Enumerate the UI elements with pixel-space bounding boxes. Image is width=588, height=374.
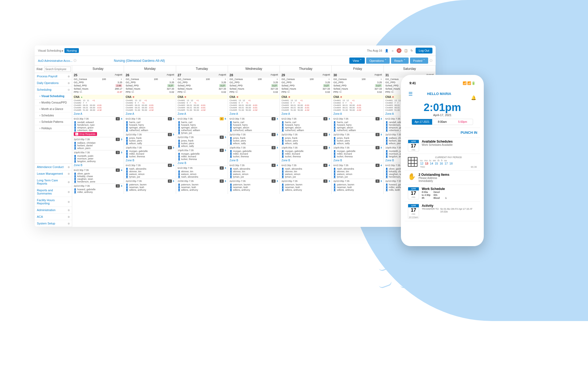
nav-sub-item[interactable]: ○ Schedules xyxy=(35,112,72,119)
person-row[interactable]: 👤wilson, piers xyxy=(73,147,123,150)
shift-block[interactable]: 6A/2:30p 7:3544👤nash, alexandra👤skinner,… xyxy=(125,163,175,178)
person-row[interactable]: 👤tucker, piers xyxy=(229,139,279,142)
person-row[interactable]: 👤skinner, tim xyxy=(229,170,279,173)
nav-item[interactable]: Administration⊕ xyxy=(35,207,72,213)
person-row[interactable]: 👤tucker, theresa xyxy=(229,155,279,158)
clipboard-icon[interactable]: 📋 xyxy=(404,49,408,52)
logout-button[interactable]: Log Out xyxy=(416,48,432,54)
shift-block[interactable]: 6A/2:30p 7:3544👤oliver, gavin👤kirkaldy, … xyxy=(73,168,123,183)
shift-block[interactable]: 6A/2:30p 7:3544👤harris, carl👤howard, har… xyxy=(125,116,175,132)
shift-block[interactable]: 2p/10:05p 7:3533👤jones, frank👤tucker, pi… xyxy=(280,132,331,145)
person-row[interactable]: 👤newman, leah xyxy=(332,186,383,189)
person-row[interactable]: 👤springer, alison xyxy=(177,126,227,129)
punch-in-button[interactable]: PUNCH IN xyxy=(405,128,480,138)
user-icon[interactable]: 👤 xyxy=(385,49,389,52)
person-row[interactable]: 👤nash, alexandra xyxy=(332,167,383,170)
nav-item[interactable]: Scheduling⊖ xyxy=(35,86,72,93)
person-row[interactable]: 👤tucker, piers xyxy=(125,139,175,142)
nav-item[interactable]: Facility Hours Reporting⊕ xyxy=(35,197,72,207)
person-row[interactable]: 👤springer, alison xyxy=(125,126,175,129)
person-row[interactable]: 👤wilkins, anthony xyxy=(177,189,227,191)
person-row[interactable]: 👤skinner, tim xyxy=(177,170,227,173)
person-row[interactable]: 👤harris, carl xyxy=(125,121,175,124)
shift-block[interactable]: 2p/10:05p 7:3533👤paterson, lauren👤newman… xyxy=(280,179,331,191)
person-row[interactable]: 👤springer, alison xyxy=(229,126,279,129)
person-row[interactable]: 👤skinner, tim xyxy=(332,170,383,173)
card-activity[interactable]: APR17FRI10:22am Activity TRANSFER TOSc-0… xyxy=(405,202,480,221)
person-row[interactable]: 👤tucker, piers xyxy=(177,142,227,145)
person-row[interactable]: 👤rutherford, william xyxy=(177,129,227,132)
shift-block[interactable]: 2p/10:05p 7:3533👤paterson, lauren👤newman… xyxy=(125,179,175,191)
person-row[interactable]: 👤miller, anthony xyxy=(73,191,123,193)
person-row[interactable]: 👤tucker, theresa xyxy=(280,155,331,158)
person-row[interactable]: 👤jones, frank xyxy=(332,137,383,139)
info-icon[interactable]: ⓘ xyxy=(74,59,76,63)
person-row[interactable]: 👤jones, frank xyxy=(280,137,331,139)
person-row[interactable]: 👤jones, frank xyxy=(177,139,227,142)
shift-block[interactable]: 2p/10:05p 7:3533👤jones, frank👤tucker, pi… xyxy=(332,132,383,145)
person-row[interactable]: 👤langdon, anthony xyxy=(73,160,123,163)
nav-sub-item[interactable]: ○ Visual Scheduling xyxy=(35,93,72,100)
person-row[interactable]: 👤tucker, piers xyxy=(332,139,383,142)
person-row[interactable]: 👤paterson, lauren xyxy=(280,183,331,186)
person-row[interactable]: 👤herbert, daniel xyxy=(73,144,123,147)
person-row[interactable]: 👤harris, carl xyxy=(177,121,227,124)
shift-block[interactable]: 6A/2:30p 7:3544👤harris, carl👤howard, har… xyxy=(229,116,279,132)
shift-block[interactable]: 10p/6:05a 7:3533👤monteith, justin👤morris… xyxy=(73,150,123,163)
shift-block[interactable]: 10p/6:05a 7:3533👤morgan, gabrielle👤mille… xyxy=(177,148,227,161)
person-row[interactable]: 👤howard, harry xyxy=(332,124,383,126)
person-row[interactable]: 👤howard, harry xyxy=(280,124,331,126)
person-row[interactable]: 👤jones, frank xyxy=(125,137,175,139)
cna-header[interactable]: CNA⊘ xyxy=(125,95,175,99)
person-row[interactable]: 👤howard, harry xyxy=(125,124,175,126)
person-row[interactable]: 👤tucker, theresa xyxy=(125,155,175,158)
person-row[interactable]: 👤wilson, sally xyxy=(177,145,227,147)
operations-dropdown[interactable]: Operations ˅ xyxy=(366,58,390,64)
person-row[interactable]: 👤jones, frank xyxy=(229,137,279,139)
search-input[interactable] xyxy=(44,67,71,72)
person-row[interactable]: 👤harris, carl xyxy=(280,121,331,124)
person-row[interactable]: 👤morgan, gabrielle xyxy=(177,152,227,155)
card-pay-period[interactable]: CURRENT PAY PERIOD sumotuwethfrsa 121314… xyxy=(405,154,480,171)
shift-block[interactable]: 2p/10:05p 7:3533👤wallace, christian👤herb… xyxy=(73,137,123,150)
person-row[interactable]: 👤wilson, sally xyxy=(332,142,383,145)
shift-block[interactable]: 2p/10:05p 7:3533👤howard, gabrielle👤mille… xyxy=(73,184,123,193)
reach-dropdown[interactable]: Reach ˅ xyxy=(391,58,409,64)
breadcrumb-current[interactable]: Nursing xyxy=(64,48,79,53)
person-row[interactable]: 👤harris, carl xyxy=(229,121,279,124)
nav-item[interactable]: Process Payroll⊕ xyxy=(35,73,72,80)
nav-item[interactable]: Attendance Conduct⊕ xyxy=(35,164,72,170)
card-work-schedule[interactable]: APR17FRI Work Schedule 8:00aDevol to 4:3… xyxy=(405,185,480,202)
drop-requests-button[interactable]: 1 Drop Requests xyxy=(74,132,97,136)
person-row[interactable]: 👤wilkins, anthony xyxy=(332,189,383,191)
shift-block[interactable]: 2p/10:05p 7:3533👤paterson, lauren👤newman… xyxy=(229,179,279,191)
person-row[interactable]: 👤lyman, joe xyxy=(125,175,175,178)
nav-sub-item[interactable]: ○ Monthly Census/PPD xyxy=(35,100,72,106)
shift-block[interactable]: 2p/10:05p 7:3533👤jones, frank👤tucker, pi… xyxy=(229,132,279,145)
person-row[interactable]: 👤nash, alexandra xyxy=(177,175,227,178)
person-row[interactable]: 👤skinner, tim xyxy=(280,170,331,173)
person-row[interactable]: 👤tucker, theresa xyxy=(332,155,383,158)
nav-item[interactable]: Leave Management⊕ xyxy=(35,170,72,177)
person-row[interactable]: 👤newman, leah xyxy=(280,186,331,189)
person-row[interactable]: 👤randall, edward xyxy=(73,121,123,124)
notifications-badge[interactable]: 10 xyxy=(397,48,401,53)
shift-block[interactable]: 6A/2:30p 7:3544👤nash, alexandra👤skinner,… xyxy=(332,163,383,178)
person-row[interactable]: 👤watson, simon xyxy=(177,173,227,175)
person-row[interactable]: 👤simpson, grace xyxy=(73,126,123,129)
bell-icon[interactable]: 🔔 xyxy=(471,95,476,100)
refresh-icon[interactable]: ↻ xyxy=(411,49,413,52)
person-row[interactable]: 👤howard, harry xyxy=(177,124,227,126)
person-row[interactable]: 👤miller, leonard xyxy=(280,152,331,155)
shift-block[interactable]: 10p/6:05a 7:3533👤morgan, gabrielle👤mille… xyxy=(280,145,331,158)
person-row[interactable]: 👤rutherford, william xyxy=(332,129,383,132)
person-row[interactable]: 👤wilson, sally xyxy=(280,142,331,145)
person-row[interactable]: 👤springer, alison xyxy=(280,126,331,129)
shift-block[interactable]: 6A/2:30p 7:3543👤skinner, tim👤watson, sim… xyxy=(177,166,227,178)
shift-block[interactable]: 2p/10:05p 7:3533👤jones, frank👤tucker, pi… xyxy=(125,132,175,145)
person-row[interactable]: 👤rutherford, william xyxy=(280,129,331,132)
cna-header[interactable]: CNA⊘ xyxy=(229,95,279,99)
cna-header[interactable]: CNA⊘ xyxy=(332,95,383,99)
shift-block[interactable]: 2p/10:05p 7:3533👤jones, frank👤tucker, pi… xyxy=(177,135,227,147)
person-row[interactable]: 👤newman, leah xyxy=(177,186,227,189)
